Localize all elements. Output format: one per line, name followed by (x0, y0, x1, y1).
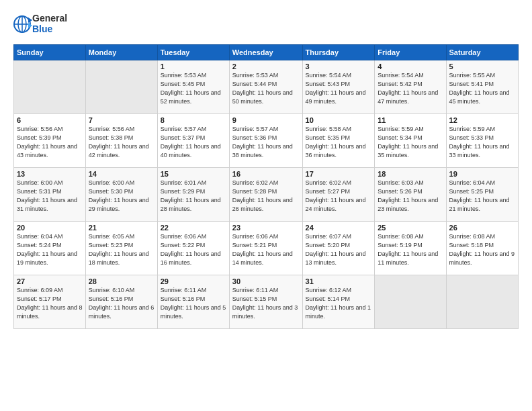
day-number: 27 (17, 277, 83, 285)
day-info: Sunrise: 5:55 AM Sunset: 5:41 PM Dayligh… (449, 71, 515, 106)
calendar-cell: 20Sunrise: 6:04 AM Sunset: 5:24 PM Dayli… (14, 222, 86, 275)
day-info: Sunrise: 6:12 AM Sunset: 5:14 PM Dayligh… (306, 286, 372, 321)
day-number: 29 (161, 277, 226, 285)
day-info: Sunrise: 5:54 AM Sunset: 5:43 PM Dayligh… (306, 71, 372, 106)
calendar-cell: 15Sunrise: 6:01 AM Sunset: 5:29 PM Dayli… (157, 168, 229, 222)
day-info: Sunrise: 6:08 AM Sunset: 5:19 PM Dayligh… (378, 232, 443, 267)
day-info: Sunrise: 6:11 AM Sunset: 5:16 PM Dayligh… (161, 286, 226, 321)
calendar-cell: 13Sunrise: 6:00 AM Sunset: 5:31 PM Dayli… (14, 168, 86, 222)
day-number: 24 (306, 224, 372, 232)
calendar-cell: 16Sunrise: 6:02 AM Sunset: 5:28 PM Dayli… (229, 168, 302, 222)
calendar-week-3: 13Sunrise: 6:00 AM Sunset: 5:31 PM Dayli… (14, 168, 519, 222)
calendar-cell: 7Sunrise: 5:56 AM Sunset: 5:38 PM Daylig… (85, 114, 157, 168)
calendar-cell: 1Sunrise: 5:53 AM Sunset: 5:45 PM Daylig… (157, 60, 229, 114)
calendar-cell: 24Sunrise: 6:07 AM Sunset: 5:20 PM Dayli… (302, 222, 375, 275)
calendar-cell (85, 60, 157, 114)
day-number: 12 (449, 116, 515, 124)
day-number: 11 (378, 116, 443, 124)
day-number: 9 (232, 116, 300, 124)
calendar-cell: 14Sunrise: 6:00 AM Sunset: 5:30 PM Dayli… (85, 168, 157, 222)
day-info: Sunrise: 5:59 AM Sunset: 5:33 PM Dayligh… (449, 125, 515, 160)
day-number: 23 (232, 224, 300, 232)
day-info: Sunrise: 5:58 AM Sunset: 5:35 PM Dayligh… (306, 125, 372, 160)
day-info: Sunrise: 5:54 AM Sunset: 5:42 PM Dayligh… (378, 71, 443, 106)
day-info: Sunrise: 6:04 AM Sunset: 5:25 PM Dayligh… (449, 179, 515, 214)
calendar-cell: 25Sunrise: 6:08 AM Sunset: 5:19 PM Dayli… (375, 222, 446, 275)
day-header-thursday: Thursday (302, 45, 375, 60)
day-number: 20 (17, 224, 83, 232)
calendar-week-4: 20Sunrise: 6:04 AM Sunset: 5:24 PM Dayli… (14, 222, 519, 275)
calendar-cell: 4Sunrise: 5:54 AM Sunset: 5:42 PM Daylig… (375, 60, 446, 114)
day-info: Sunrise: 6:06 AM Sunset: 5:21 PM Dayligh… (232, 232, 300, 267)
day-info: Sunrise: 6:08 AM Sunset: 5:18 PM Dayligh… (449, 232, 515, 267)
day-number: 22 (161, 224, 226, 232)
logo-svg: GeneralBlue (13, 11, 67, 38)
day-info: Sunrise: 6:01 AM Sunset: 5:29 PM Dayligh… (161, 179, 226, 214)
calendar-table: SundayMondayTuesdayWednesdayThursdayFrid… (13, 44, 519, 329)
calendar-week-2: 6Sunrise: 5:56 AM Sunset: 5:39 PM Daylig… (14, 114, 519, 168)
day-number: 16 (232, 170, 300, 178)
day-number: 15 (161, 170, 226, 178)
calendar-cell: 27Sunrise: 6:09 AM Sunset: 5:17 PM Dayli… (14, 275, 86, 329)
calendar-week-1: 1Sunrise: 5:53 AM Sunset: 5:45 PM Daylig… (14, 60, 519, 114)
day-info: Sunrise: 6:09 AM Sunset: 5:17 PM Dayligh… (17, 286, 83, 321)
day-number: 28 (89, 277, 154, 285)
day-number: 3 (306, 62, 372, 71)
calendar-cell: 8Sunrise: 5:57 AM Sunset: 5:37 PM Daylig… (157, 114, 229, 168)
day-header-monday: Monday (85, 45, 157, 60)
day-number: 1 (161, 62, 226, 71)
day-info: Sunrise: 5:53 AM Sunset: 5:45 PM Dayligh… (161, 71, 226, 106)
calendar-cell: 12Sunrise: 5:59 AM Sunset: 5:33 PM Dayli… (446, 114, 518, 168)
day-number: 17 (306, 170, 372, 178)
day-info: Sunrise: 5:56 AM Sunset: 5:38 PM Dayligh… (89, 125, 154, 160)
header: GeneralBlue (13, 11, 519, 38)
calendar-header-row: SundayMondayTuesdayWednesdayThursdayFrid… (14, 45, 519, 60)
calendar-cell: 9Sunrise: 5:57 AM Sunset: 5:36 PM Daylig… (229, 114, 302, 168)
calendar-cell (375, 275, 446, 329)
calendar-cell: 29Sunrise: 6:11 AM Sunset: 5:16 PM Dayli… (157, 275, 229, 329)
day-info: Sunrise: 6:06 AM Sunset: 5:22 PM Dayligh… (161, 232, 226, 267)
day-info: Sunrise: 6:04 AM Sunset: 5:24 PM Dayligh… (17, 232, 83, 267)
calendar-cell: 2Sunrise: 5:53 AM Sunset: 5:44 PM Daylig… (229, 60, 302, 114)
day-number: 8 (161, 116, 226, 124)
day-number: 7 (89, 116, 154, 124)
calendar-cell: 10Sunrise: 5:58 AM Sunset: 5:35 PM Dayli… (302, 114, 375, 168)
day-info: Sunrise: 6:02 AM Sunset: 5:27 PM Dayligh… (306, 179, 372, 214)
svg-text:Blue: Blue (32, 24, 53, 34)
svg-text:General: General (32, 13, 67, 24)
calendar-cell: 26Sunrise: 6:08 AM Sunset: 5:18 PM Dayli… (446, 222, 518, 275)
day-header-saturday: Saturday (446, 45, 518, 60)
day-info: Sunrise: 6:00 AM Sunset: 5:30 PM Dayligh… (89, 179, 154, 214)
day-number: 4 (378, 62, 443, 71)
calendar-cell: 17Sunrise: 6:02 AM Sunset: 5:27 PM Dayli… (302, 168, 375, 222)
day-number: 14 (89, 170, 154, 178)
day-header-sunday: Sunday (14, 45, 86, 60)
day-info: Sunrise: 6:05 AM Sunset: 5:23 PM Dayligh… (89, 232, 154, 267)
day-number: 10 (306, 116, 372, 124)
day-number: 18 (378, 170, 443, 178)
day-number: 26 (449, 224, 515, 232)
calendar-cell: 28Sunrise: 6:10 AM Sunset: 5:16 PM Dayli… (85, 275, 157, 329)
calendar-cell: 19Sunrise: 6:04 AM Sunset: 5:25 PM Dayli… (446, 168, 518, 222)
day-info: Sunrise: 6:11 AM Sunset: 5:15 PM Dayligh… (232, 286, 300, 321)
day-info: Sunrise: 5:57 AM Sunset: 5:37 PM Dayligh… (161, 125, 226, 160)
day-number: 30 (232, 277, 300, 285)
calendar-cell: 23Sunrise: 6:06 AM Sunset: 5:21 PM Dayli… (229, 222, 302, 275)
day-info: Sunrise: 5:56 AM Sunset: 5:39 PM Dayligh… (17, 125, 83, 160)
day-info: Sunrise: 5:53 AM Sunset: 5:44 PM Dayligh… (232, 71, 300, 106)
logo: GeneralBlue (13, 11, 67, 38)
day-info: Sunrise: 6:03 AM Sunset: 5:26 PM Dayligh… (378, 179, 443, 214)
day-info: Sunrise: 6:10 AM Sunset: 5:16 PM Dayligh… (89, 286, 154, 321)
calendar-cell: 5Sunrise: 5:55 AM Sunset: 5:41 PM Daylig… (446, 60, 518, 114)
day-info: Sunrise: 6:00 AM Sunset: 5:31 PM Dayligh… (17, 179, 83, 214)
calendar-cell: 3Sunrise: 5:54 AM Sunset: 5:43 PM Daylig… (302, 60, 375, 114)
calendar-cell: 6Sunrise: 5:56 AM Sunset: 5:39 PM Daylig… (14, 114, 86, 168)
day-info: Sunrise: 5:59 AM Sunset: 5:34 PM Dayligh… (378, 125, 443, 160)
day-header-friday: Friday (375, 45, 446, 60)
day-header-tuesday: Tuesday (157, 45, 229, 60)
day-number: 6 (17, 116, 83, 124)
day-info: Sunrise: 6:02 AM Sunset: 5:28 PM Dayligh… (232, 179, 300, 214)
day-number: 19 (449, 170, 515, 178)
day-number: 31 (306, 277, 372, 285)
calendar-week-5: 27Sunrise: 6:09 AM Sunset: 5:17 PM Dayli… (14, 275, 519, 329)
